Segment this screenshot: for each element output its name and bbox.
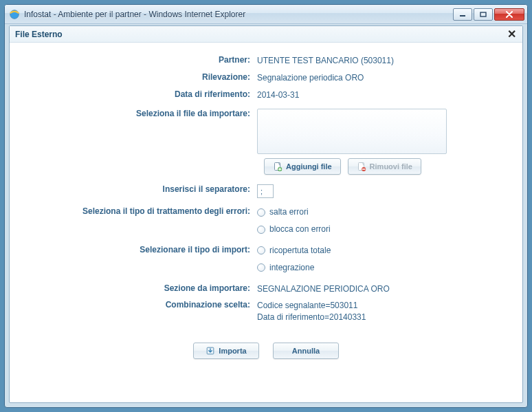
remove-file-icon <box>357 162 366 171</box>
titlebar: Infostat - Ambiente per il partner - Win… <box>5 5 527 24</box>
remove-file-label: Rimuovi file <box>370 162 412 171</box>
remove-file-button[interactable]: Rimuovi file <box>348 158 421 175</box>
cancel-button[interactable]: Annulla <box>273 343 339 359</box>
label-sezione: Sezione da importare: <box>23 282 257 293</box>
file-list-container <box>257 107 509 154</box>
label-rilevazione: Rilevazione: <box>23 71 257 82</box>
maximize-button[interactable] <box>474 8 493 21</box>
add-file-icon <box>273 162 282 171</box>
combinazione-line2: Data di riferimento=20140331 <box>257 312 509 323</box>
combinazione-line1: Codice segnalante=503011 <box>257 300 509 312</box>
add-file-button[interactable]: Aggiungi file <box>264 158 341 175</box>
value-partner: UTENTE TEST BANCARIO (503011) <box>257 54 509 67</box>
value-rilevazione: Segnalazione periodica ORO <box>257 71 509 84</box>
modal-close-icon[interactable]: ✕ <box>506 28 517 41</box>
modal-title: File Esterno <box>15 30 63 39</box>
value-data-riferimento: 2014-03-31 <box>257 88 509 101</box>
label-partner: Partner: <box>23 54 257 65</box>
import-label: Importa <box>219 347 246 355</box>
radio-ricopertura-label: ricopertuta totale <box>269 245 331 257</box>
minimize-button[interactable] <box>453 8 472 21</box>
file-list[interactable] <box>257 109 447 154</box>
radio-salta-errori[interactable] <box>257 208 265 217</box>
form: Partner: UTENTE TEST BANCARIO (503011) R… <box>10 43 522 359</box>
radio-blocca-errori-label: blocca con errori <box>269 224 331 235</box>
close-button[interactable] <box>494 8 524 21</box>
radio-salta-errori-label: salta errori <box>269 206 309 218</box>
radio-blocca-errori[interactable] <box>257 226 265 234</box>
ie-window: Infostat - Ambiente per il partner - Win… <box>4 4 528 408</box>
client-area: File Esterno ✕ Partner: UTENTE TEST BANC… <box>9 25 523 403</box>
radio-integrazione[interactable] <box>257 263 265 272</box>
label-trattamento-errori: Seleziona il tipo di trattamento degli e… <box>23 205 257 216</box>
label-tipo-import: Selezionare il tipo di import: <box>23 243 257 254</box>
label-combinazione: Combinazione scelta: <box>23 299 257 310</box>
action-buttons: Importa Annulla <box>23 343 509 359</box>
value-sezione: SEGNALAZIONE PERIODICA ORO <box>257 282 509 295</box>
radio-integrazione-label: integrazione <box>269 262 314 274</box>
label-seleziona-file: Seleziona il file da importare: <box>23 107 257 118</box>
cancel-label: Annulla <box>292 347 320 355</box>
radio-ricopertura[interactable] <box>257 246 265 254</box>
window-title: Infostat - Ambiente per il partner - Win… <box>24 10 453 19</box>
window-controls <box>453 8 524 21</box>
separator-input[interactable] <box>257 184 274 198</box>
import-button[interactable]: Importa <box>193 343 259 359</box>
file-buttons: Aggiungi file Rimuovi file <box>264 158 509 175</box>
ie-icon <box>9 9 20 20</box>
import-icon <box>206 346 215 356</box>
modal-header: File Esterno ✕ <box>10 26 522 43</box>
label-separatore: Inserisci il separatore: <box>23 183 257 194</box>
label-data-riferimento: Data di riferimento: <box>23 88 257 99</box>
svg-rect-3 <box>480 12 486 17</box>
add-file-label: Aggiungi file <box>286 162 332 171</box>
value-combinazione: Codice segnalante=503011 Data di riferim… <box>257 299 509 323</box>
